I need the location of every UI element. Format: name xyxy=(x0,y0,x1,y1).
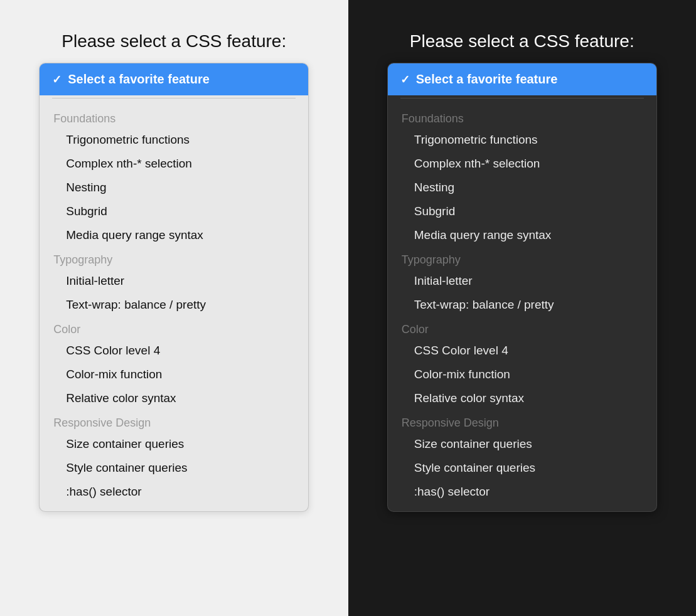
dark-divider xyxy=(400,98,644,98)
list-item[interactable]: Nesting xyxy=(388,176,656,199)
list-item[interactable]: Relative color syntax xyxy=(40,386,308,410)
dark-select-box[interactable]: ✓ Select a favorite feature Foundations … xyxy=(387,63,657,512)
list-item[interactable]: Initial-letter xyxy=(40,269,308,293)
list-item[interactable]: :has() selector xyxy=(388,480,656,504)
dark-panel-title: Please select a CSS feature: xyxy=(410,31,634,51)
dark-selected-item[interactable]: ✓ Select a favorite feature xyxy=(388,63,656,95)
list-item[interactable]: Nesting xyxy=(40,176,308,199)
list-item[interactable]: CSS Color level 4 xyxy=(388,339,656,363)
dark-group-color: Color xyxy=(388,317,656,339)
dark-options-list: Foundations Trigonometric functions Comp… xyxy=(388,101,656,511)
list-item[interactable]: Color-mix function xyxy=(388,363,656,386)
dark-group-foundations: Foundations xyxy=(388,106,656,128)
dark-selected-label: Select a favorite feature xyxy=(416,72,558,87)
list-item[interactable]: Complex nth-* selection xyxy=(40,152,308,176)
light-selected-label: Select a favorite feature xyxy=(68,72,210,87)
light-group-foundations: Foundations xyxy=(40,106,308,128)
dark-group-typography: Typography xyxy=(388,247,656,269)
list-item[interactable]: Size container queries xyxy=(388,432,656,456)
list-item[interactable]: Trigonometric functions xyxy=(40,128,308,152)
list-item[interactable]: Complex nth-* selection xyxy=(388,152,656,176)
dark-group-responsive: Responsive Design xyxy=(388,410,656,432)
list-item[interactable]: Style container queries xyxy=(40,456,308,480)
list-item[interactable]: Size container queries xyxy=(40,432,308,456)
light-selected-item[interactable]: ✓ Select a favorite feature xyxy=(40,63,308,95)
list-item[interactable]: Text-wrap: balance / pretty xyxy=(40,293,308,317)
light-panel: Please select a CSS feature: ✓ Select a … xyxy=(0,0,348,616)
list-item[interactable]: Relative color syntax xyxy=(388,386,656,410)
list-item[interactable]: Media query range syntax xyxy=(388,223,656,247)
list-item[interactable]: :has() selector xyxy=(40,480,308,504)
light-panel-title: Please select a CSS feature: xyxy=(62,31,286,51)
light-group-typography: Typography xyxy=(40,247,308,269)
list-item[interactable]: Text-wrap: balance / pretty xyxy=(388,293,656,317)
light-options-list: Foundations Trigonometric functions Comp… xyxy=(40,101,308,511)
light-group-responsive: Responsive Design xyxy=(40,410,308,432)
list-item[interactable]: Subgrid xyxy=(388,199,656,223)
dark-panel: Please select a CSS feature: ✓ Select a … xyxy=(348,0,697,616)
list-item[interactable]: Trigonometric functions xyxy=(388,128,656,152)
list-item[interactable]: Subgrid xyxy=(40,199,308,223)
list-item[interactable]: Style container queries xyxy=(388,456,656,480)
dark-check-mark-icon: ✓ xyxy=(400,73,410,87)
list-item[interactable]: Initial-letter xyxy=(388,269,656,293)
light-check-mark-icon: ✓ xyxy=(52,73,62,87)
list-item[interactable]: Media query range syntax xyxy=(40,223,308,247)
light-divider xyxy=(52,98,296,98)
light-group-color: Color xyxy=(40,317,308,339)
list-item[interactable]: Color-mix function xyxy=(40,363,308,386)
list-item[interactable]: CSS Color level 4 xyxy=(40,339,308,363)
light-select-box[interactable]: ✓ Select a favorite feature Foundations … xyxy=(39,63,309,512)
